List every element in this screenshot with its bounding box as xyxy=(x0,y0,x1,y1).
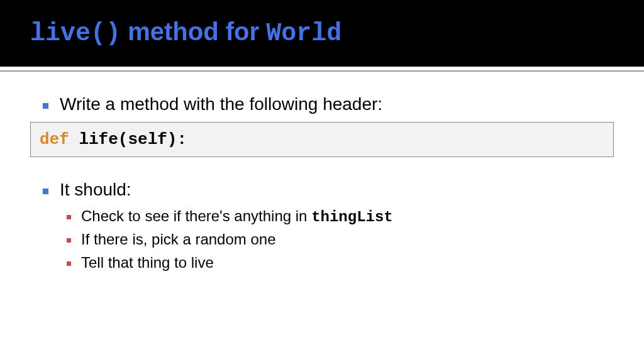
bullet-level-2: Tell that thing to live xyxy=(30,254,614,272)
sub-bullet-marker-icon xyxy=(67,238,71,243)
bullet-level-2: Check to see if there's anything in thin… xyxy=(30,207,614,226)
sub-bullet-marker-icon xyxy=(67,261,71,266)
sub-code: thingList xyxy=(311,209,393,226)
slide-title: live() method for World xyxy=(30,18,619,48)
bullet-marker-icon xyxy=(43,189,48,194)
bullet-text: It should: xyxy=(60,180,131,200)
sub-pre: Tell that thing to live xyxy=(81,254,214,271)
code-rest: life(self): xyxy=(69,130,187,149)
sub-bullet-text: Tell that thing to live xyxy=(81,254,214,272)
title-mid: method for xyxy=(121,18,266,45)
title-code-2: World xyxy=(266,19,341,48)
bullet-level-1: It should: xyxy=(30,180,614,200)
bullet-level-2: If there is, pick a random one xyxy=(30,231,614,249)
bullet-level-1: Write a method with the following header… xyxy=(30,94,614,114)
code-keyword: def xyxy=(40,130,69,149)
slide-content: Write a method with the following header… xyxy=(0,72,644,272)
bullet-marker-icon xyxy=(43,103,48,109)
slide-header: live() method for World xyxy=(0,0,644,67)
sub-bullet-text: If there is, pick a random one xyxy=(81,231,276,249)
sub-bullet-text: Check to see if there's anything in thin… xyxy=(81,207,393,226)
bullet-text: Write a method with the following header… xyxy=(60,94,382,114)
sub-bullet-marker-icon xyxy=(67,215,71,219)
title-code-1: live() xyxy=(30,19,121,48)
code-block: def life(self): xyxy=(30,122,614,157)
sub-pre: Check to see if there's anything in xyxy=(81,207,311,224)
sub-pre: If there is, pick a random one xyxy=(81,231,276,248)
